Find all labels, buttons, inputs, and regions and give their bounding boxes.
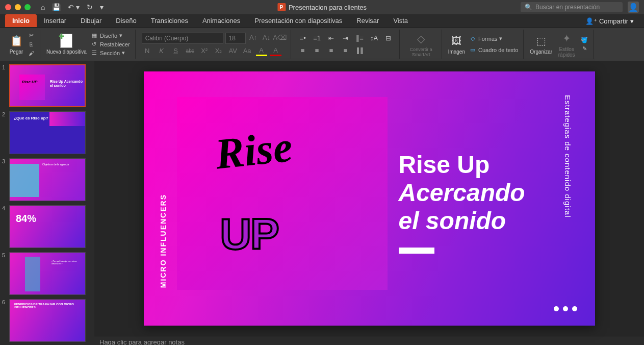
new-slide-button[interactable]: ✚ Nueva diapositiva [46, 34, 87, 55]
maximize-window-button[interactable] [24, 4, 31, 10]
font-color-button[interactable]: A [270, 46, 281, 56]
char-spacing-button[interactable]: AV [227, 46, 239, 56]
tab-animaciones[interactable]: Animaciones [195, 14, 247, 27]
search-placeholder: Buscar en presentación [535, 4, 600, 11]
clipboard-icon: 📋 [9, 34, 23, 48]
font-name-select[interactable]: Calibri (Cuerpo) [142, 33, 223, 44]
shape-outline-button[interactable]: ✎ [581, 45, 588, 52]
layout-icon: ▦ [91, 32, 98, 39]
font-size-select[interactable]: 18 [225, 33, 246, 44]
undo-icon[interactable]: ↶ ▾ [68, 3, 80, 11]
numbering-button[interactable]: ≡1 [312, 33, 323, 43]
textbox-button[interactable]: ▭ Cuadro de texto [469, 46, 518, 54]
tab-revisar[interactable]: Revisar [349, 14, 386, 27]
justify-button[interactable]: ≡ [340, 45, 351, 56]
redo-icon[interactable]: ↻ [87, 3, 93, 11]
brush-icon: 🖌 [28, 50, 35, 57]
line-spacing-button[interactable]: ‖≡ [354, 33, 366, 43]
qat-customize-icon[interactable]: ▾ [100, 3, 104, 11]
align-left-button[interactable]: ≡ [297, 45, 308, 56]
slide-thumbnail-1[interactable]: Rise Up Acercando el sonido [9, 64, 86, 107]
ribbon: 📋 Pegar ✂ ⎘ 🖌 ✚ Nueva diapositiva ▦Diseñ… [0, 28, 644, 61]
increase-font-button[interactable]: A↑ [248, 33, 259, 43]
user-account-button[interactable]: 👤 [628, 2, 639, 13]
thumb-number: 6 [2, 299, 7, 305]
clear-format-button[interactable]: A⌫ [274, 33, 286, 43]
save-icon[interactable]: 💾 [52, 3, 61, 11]
tab-transiciones[interactable]: Transiciones [144, 14, 195, 27]
slide-side-text: MICRO INFLUENCERS [159, 194, 167, 288]
scissors-icon: ✂ [28, 32, 35, 39]
tab-presentacion[interactable]: Presentación con diapositivas [247, 14, 349, 27]
layout-button[interactable]: ▦Diseño ▾ [91, 32, 130, 39]
search-icon: 🔍 [525, 4, 532, 11]
decrease-font-button[interactable]: A↓ [261, 33, 272, 43]
minimize-window-button[interactable] [15, 4, 21, 10]
clipboard-group: 📋 Pegar ✂ ⎘ 🖌 [4, 30, 40, 59]
outline-icon: ✎ [581, 45, 588, 52]
tab-dibujar[interactable]: Dibujar [73, 14, 109, 27]
notes-placeholder: Haga clic para agregar notas [99, 338, 185, 345]
slide-thumbnail-4[interactable]: 84% [9, 205, 86, 248]
paste-button[interactable]: 📋 Pegar [9, 34, 23, 55]
slide-thumbnail-5[interactable]: ¿Por qué trabajar con micro influencers? [9, 252, 86, 295]
thumb-number: 1 [2, 64, 7, 70]
italic-button[interactable]: K [156, 46, 167, 56]
text-direction-button[interactable]: ↕A [369, 33, 380, 43]
home-icon[interactable]: ⌂ [41, 3, 45, 11]
superscript-button[interactable]: X² [199, 46, 210, 56]
image-button[interactable]: 🖼 Imagen [448, 34, 465, 55]
columns-button[interactable]: ‖‖ [354, 45, 366, 56]
shapes-icon: ◇ [469, 35, 476, 42]
workspace: 1 Rise Up Acercando el sonido 2 ¿Qué es … [0, 61, 644, 345]
quick-styles-button[interactable]: ✦ Estilos rápidos [556, 31, 577, 58]
chevron-down-icon: ▾ [630, 17, 634, 25]
subscript-button[interactable]: X₂ [213, 46, 224, 56]
cut-button[interactable]: ✂ [28, 32, 35, 39]
slide-right-text: Estrategias de contenido digital [563, 95, 572, 217]
bold-button[interactable]: N [142, 46, 153, 56]
change-case-button[interactable]: Aa [242, 46, 253, 56]
search-input[interactable]: 🔍 Buscar en presentación [521, 2, 623, 12]
smartart-icon: ◇ [414, 32, 428, 46]
decrease-indent-button[interactable]: ⇤ [326, 33, 337, 43]
shapes-button[interactable]: ◇ Formas ▾ [469, 35, 518, 42]
tab-vista[interactable]: Vista [386, 14, 415, 27]
align-text-button[interactable]: ⊟ [383, 33, 394, 43]
reset-button[interactable]: ↺Restablecer [91, 41, 130, 48]
current-slide[interactable]: MICRO INFLUENCERS Estrategias de conteni… [144, 71, 595, 326]
arrange-button[interactable]: ⬚ Organizar [530, 34, 552, 55]
document-title: P Presentacion para clientes [277, 3, 367, 11]
share-button[interactable]: 👤⁺ Compartir ▾ [580, 15, 639, 27]
slide-thumbnail-6[interactable]: BENEFICIOS DE TRABAJAR CON MICRO INFLUEN… [9, 299, 86, 342]
align-center-button[interactable]: ≡ [312, 45, 323, 56]
tab-insertar[interactable]: Insertar [37, 14, 73, 27]
highlight-button[interactable]: A [256, 46, 267, 56]
close-window-button[interactable] [5, 4, 11, 10]
convert-smartart-button[interactable]: ◇ Convertir a SmartArt [406, 32, 436, 57]
powerpoint-icon: P [277, 3, 286, 11]
shape-fill-button[interactable]: 🪣 [581, 36, 588, 43]
slide-thumbnail-2[interactable]: ¿Qué es Rise up? [9, 111, 86, 154]
underline-button[interactable]: S [170, 46, 182, 56]
slide-thumbnails-panel[interactable]: 1 Rise Up Acercando el sonido 2 ¿Qué es … [0, 61, 94, 345]
align-right-button[interactable]: ≡ [326, 45, 337, 56]
thumb-number: 3 [2, 158, 7, 164]
slide-main-title: Rise Up Acercando el sonido [399, 151, 525, 235]
arrange-icon: ⬚ [534, 34, 548, 48]
slide-stage[interactable]: MICRO INFLUENCERS Estrategias de conteni… [94, 61, 644, 336]
format-painter-button[interactable]: 🖌 [28, 50, 35, 57]
tab-inicio[interactable]: Inicio [5, 14, 37, 27]
copy-button[interactable]: ⎘ [28, 41, 35, 48]
section-button[interactable]: ☰Sección ▾ [91, 50, 130, 57]
tab-diseno[interactable]: Diseño [109, 14, 143, 27]
strike-button[interactable]: abc [185, 46, 196, 56]
bullets-button[interactable]: ≡• [297, 33, 308, 43]
copy-icon: ⎘ [28, 41, 35, 48]
arrange-group: ⬚ Organizar ✦ Estilos rápidos 🪣 ✎ [525, 30, 594, 59]
stage-area: MICRO INFLUENCERS Estrategias de conteni… [94, 61, 644, 345]
smartart-group: ◇ Convertir a SmartArt [401, 30, 442, 59]
increase-indent-button[interactable]: ⇥ [340, 33, 351, 43]
notes-pane[interactable]: Haga clic para agregar notas [94, 336, 644, 345]
slide-thumbnail-3[interactable]: Objetivos de la agencia [9, 158, 86, 201]
